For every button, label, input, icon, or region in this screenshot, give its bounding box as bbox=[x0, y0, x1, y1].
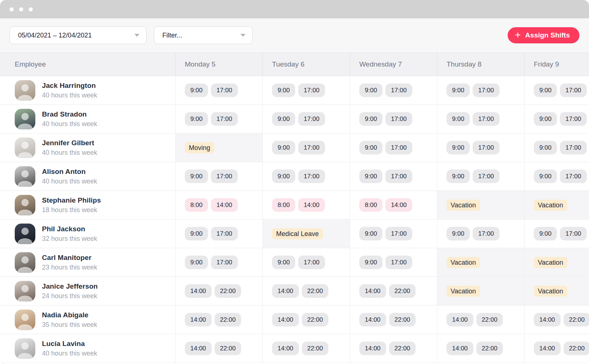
shift-end-chip[interactable]: 22:00 bbox=[389, 284, 416, 298]
shift-start-chip[interactable]: 9:00 bbox=[359, 141, 382, 154]
shift-end-chip[interactable]: 17:00 bbox=[298, 169, 325, 183]
shift-start-chip[interactable]: 9:00 bbox=[272, 256, 295, 269]
shift-end-chip[interactable]: 17:00 bbox=[473, 83, 500, 97]
shift-cell[interactable]: 8:0014:00 bbox=[350, 191, 437, 219]
shift-cell[interactable]: 9:0017:00 bbox=[437, 105, 524, 133]
shift-end-chip[interactable]: 17:00 bbox=[211, 227, 238, 240]
shift-end-chip[interactable]: 14:00 bbox=[211, 198, 238, 212]
shift-cell[interactable]: 9:0017:00 bbox=[262, 248, 350, 276]
shift-start-chip[interactable]: 9:00 bbox=[272, 169, 295, 183]
shift-cell[interactable]: 9:0017:00 bbox=[262, 133, 350, 162]
shift-start-chip[interactable]: 14:00 bbox=[534, 342, 561, 355]
status-chip[interactable]: Vacation bbox=[447, 257, 480, 268]
shift-start-chip[interactable]: 9:00 bbox=[359, 112, 382, 126]
shift-start-chip[interactable]: 9:00 bbox=[447, 112, 470, 126]
shift-cell[interactable]: 9:0017:00 bbox=[524, 105, 589, 133]
shift-end-chip[interactable]: 17:00 bbox=[385, 256, 412, 269]
shift-start-chip[interactable]: 9:00 bbox=[359, 256, 382, 269]
shift-end-chip[interactable]: 17:00 bbox=[473, 112, 500, 126]
status-cell[interactable]: Vacation bbox=[437, 191, 524, 219]
shift-cell[interactable]: 9:0017:00 bbox=[175, 162, 262, 190]
shift-end-chip[interactable]: 17:00 bbox=[473, 227, 500, 240]
shift-cell[interactable]: 14:0022:00 bbox=[175, 306, 262, 334]
shift-end-chip[interactable]: 22:00 bbox=[215, 284, 241, 298]
shift-cell[interactable]: 9:0017:00 bbox=[175, 105, 262, 133]
status-cell[interactable]: Vacation bbox=[524, 277, 589, 305]
shift-start-chip[interactable]: 14:00 bbox=[359, 284, 386, 298]
shift-start-chip[interactable]: 14:00 bbox=[447, 313, 473, 326]
shift-start-chip[interactable]: 9:00 bbox=[359, 169, 382, 183]
shift-start-chip[interactable]: 9:00 bbox=[534, 227, 557, 240]
window-dot-3[interactable] bbox=[29, 7, 33, 11]
shift-start-chip[interactable]: 14:00 bbox=[447, 342, 473, 355]
shift-cell[interactable]: 9:0017:00 bbox=[437, 220, 524, 248]
shift-cell[interactable]: 9:0017:00 bbox=[262, 105, 350, 133]
shift-start-chip[interactable]: 14:00 bbox=[534, 313, 561, 326]
shift-end-chip[interactable]: 22:00 bbox=[564, 313, 589, 326]
shift-end-chip[interactable]: 17:00 bbox=[385, 141, 412, 154]
shift-start-chip[interactable]: 14:00 bbox=[185, 284, 212, 298]
window-dot-1[interactable] bbox=[10, 7, 14, 11]
shift-cell[interactable]: 14:0022:00 bbox=[437, 334, 524, 363]
shift-end-chip[interactable]: 17:00 bbox=[560, 141, 587, 154]
shift-cell[interactable]: 14:0022:00 bbox=[262, 334, 350, 363]
shift-start-chip[interactable]: 14:00 bbox=[272, 313, 299, 326]
filter-dropdown[interactable]: Filter... bbox=[154, 26, 253, 44]
date-range-dropdown[interactable]: 05/04/2021 – 12/04/2021 bbox=[10, 26, 147, 44]
shift-cell[interactable]: 9:0017:00 bbox=[350, 105, 437, 133]
status-cell[interactable]: Vacation bbox=[437, 277, 524, 305]
shift-start-chip[interactable]: 9:00 bbox=[272, 83, 295, 97]
shift-cell[interactable]: 9:0017:00 bbox=[262, 162, 350, 190]
shift-start-chip[interactable]: 14:00 bbox=[359, 342, 386, 355]
shift-start-chip[interactable]: 9:00 bbox=[534, 112, 557, 126]
shift-end-chip[interactable]: 22:00 bbox=[476, 342, 503, 355]
shift-start-chip[interactable]: 9:00 bbox=[185, 83, 208, 97]
status-chip[interactable]: Moving bbox=[185, 142, 214, 153]
shift-end-chip[interactable]: 17:00 bbox=[473, 141, 500, 154]
shift-end-chip[interactable]: 17:00 bbox=[298, 112, 325, 126]
shift-end-chip[interactable]: 17:00 bbox=[560, 112, 587, 126]
shift-cell[interactable]: 14:0022:00 bbox=[524, 334, 589, 363]
shift-cell[interactable]: 9:0017:00 bbox=[350, 162, 437, 190]
shift-end-chip[interactable]: 17:00 bbox=[385, 83, 412, 97]
status-cell[interactable]: Vacation bbox=[524, 191, 589, 219]
shift-end-chip[interactable]: 17:00 bbox=[211, 169, 238, 183]
shift-end-chip[interactable]: 17:00 bbox=[560, 227, 587, 240]
shift-start-chip[interactable]: 14:00 bbox=[272, 284, 299, 298]
shift-end-chip[interactable]: 22:00 bbox=[215, 342, 241, 355]
shift-start-chip[interactable]: 9:00 bbox=[447, 83, 470, 97]
shift-start-chip[interactable]: 9:00 bbox=[534, 83, 557, 97]
shift-end-chip[interactable]: 17:00 bbox=[211, 256, 238, 269]
shift-end-chip[interactable]: 17:00 bbox=[385, 227, 412, 240]
shift-start-chip[interactable]: 14:00 bbox=[272, 342, 299, 355]
shift-cell[interactable]: 9:0017:00 bbox=[350, 76, 437, 104]
shift-start-chip[interactable]: 14:00 bbox=[185, 342, 212, 355]
shift-cell[interactable]: 9:0017:00 bbox=[350, 248, 437, 276]
shift-start-chip[interactable]: 9:00 bbox=[534, 169, 557, 183]
status-chip[interactable]: Medical Leave bbox=[272, 228, 323, 239]
shift-end-chip[interactable]: 22:00 bbox=[302, 284, 329, 298]
shift-end-chip[interactable]: 22:00 bbox=[215, 313, 241, 326]
shift-start-chip[interactable]: 9:00 bbox=[359, 83, 382, 97]
shift-cell[interactable]: 14:0022:00 bbox=[262, 277, 350, 305]
shift-end-chip[interactable]: 17:00 bbox=[211, 83, 238, 97]
shift-start-chip[interactable]: 9:00 bbox=[185, 227, 208, 240]
shift-cell[interactable]: 9:0017:00 bbox=[350, 133, 437, 162]
shift-cell[interactable]: 14:0022:00 bbox=[175, 277, 262, 305]
shift-end-chip[interactable]: 22:00 bbox=[564, 342, 589, 355]
status-cell[interactable]: Vacation bbox=[524, 248, 589, 276]
shift-start-chip[interactable]: 8:00 bbox=[272, 198, 295, 212]
shift-start-chip[interactable]: 9:00 bbox=[447, 169, 470, 183]
window-dot-2[interactable] bbox=[19, 7, 23, 11]
shift-cell[interactable]: 9:0017:00 bbox=[175, 76, 262, 104]
shift-cell[interactable]: 9:0017:00 bbox=[437, 162, 524, 190]
shift-cell[interactable]: 14:0022:00 bbox=[175, 334, 262, 363]
shift-end-chip[interactable]: 17:00 bbox=[560, 169, 587, 183]
shift-end-chip[interactable]: 17:00 bbox=[211, 112, 238, 126]
shift-start-chip[interactable]: 9:00 bbox=[359, 227, 382, 240]
shift-end-chip[interactable]: 17:00 bbox=[385, 169, 412, 183]
shift-cell[interactable]: 9:0017:00 bbox=[437, 133, 524, 162]
shift-cell[interactable]: 9:0017:00 bbox=[175, 248, 262, 276]
shift-end-chip[interactable]: 14:00 bbox=[385, 198, 412, 212]
shift-start-chip[interactable]: 9:00 bbox=[185, 169, 208, 183]
